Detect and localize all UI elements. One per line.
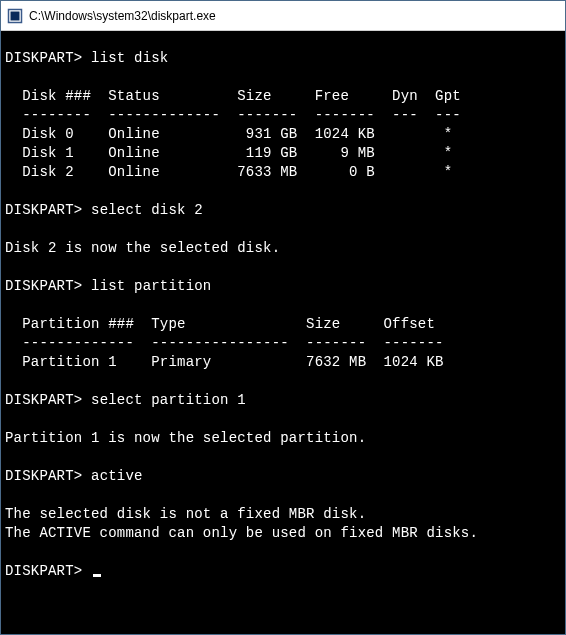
partition-table-divider: ------------- ---------------- ------- -… bbox=[5, 335, 444, 351]
prompt: DISKPART> bbox=[5, 563, 82, 579]
msg-active-error-2: The ACTIVE command can only be used on f… bbox=[5, 525, 478, 541]
prompt: DISKPART> bbox=[5, 278, 82, 294]
partition-row-0: Partition 1 Primary 7632 MB 1024 KB bbox=[5, 354, 444, 370]
prompt: DISKPART> bbox=[5, 392, 82, 408]
disk-table-divider: -------- ------------- ------- ------- -… bbox=[5, 107, 461, 123]
partition-table-header: Partition ### Type Size Offset bbox=[5, 316, 435, 332]
disk-row-2: Disk 2 Online 7633 MB 0 B * bbox=[5, 164, 452, 180]
prompt: DISKPART> bbox=[5, 468, 82, 484]
cmd-select-partition: select partition 1 bbox=[91, 392, 246, 408]
prompt: DISKPART> bbox=[5, 50, 82, 66]
cmd-list-disk: list disk bbox=[91, 50, 168, 66]
disk-row-0: Disk 0 Online 931 GB 1024 KB * bbox=[5, 126, 452, 142]
msg-active-error-1: The selected disk is not a fixed MBR dis… bbox=[5, 506, 366, 522]
prompt: DISKPART> bbox=[5, 202, 82, 218]
cmd-list-partition: list partition bbox=[91, 278, 211, 294]
cmd-active: active bbox=[91, 468, 143, 484]
msg-partition-selected: Partition 1 is now the selected partitio… bbox=[5, 430, 366, 446]
disk-table-header: Disk ### Status Size Free Dyn Gpt bbox=[5, 88, 461, 104]
app-icon bbox=[7, 8, 23, 24]
msg-disk-selected: Disk 2 is now the selected disk. bbox=[5, 240, 280, 256]
svg-rect-1 bbox=[11, 11, 20, 20]
console-window: C:\Windows\system32\diskpart.exe DISKPAR… bbox=[0, 0, 566, 635]
titlebar[interactable]: C:\Windows\system32\diskpart.exe bbox=[1, 1, 565, 31]
cursor bbox=[93, 574, 101, 577]
console-output[interactable]: DISKPART> list disk Disk ### Status Size… bbox=[1, 31, 565, 634]
disk-row-1: Disk 1 Online 119 GB 9 MB * bbox=[5, 145, 452, 161]
cmd-select-disk: select disk 2 bbox=[91, 202, 203, 218]
window-title: C:\Windows\system32\diskpart.exe bbox=[29, 9, 216, 23]
